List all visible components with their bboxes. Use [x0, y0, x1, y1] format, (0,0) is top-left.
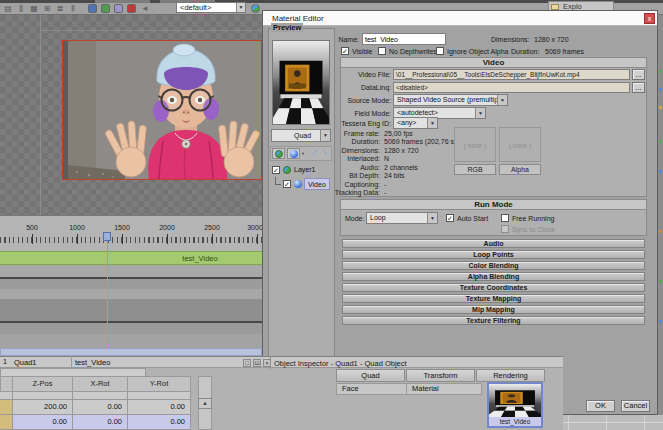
preset-dropdown-value: <default>: [180, 3, 211, 12]
datalinq-field[interactable]: <disabled>: [393, 82, 630, 93]
snap-tool-icon[interactable]: ⊞: [42, 4, 52, 14]
cell-zpos: 0.00: [13, 415, 73, 430]
layout-grid-icon[interactable]: [114, 4, 123, 13]
display-icon[interactable]: [88, 4, 97, 13]
no-depthwrites-checkbox[interactable]: [378, 47, 386, 55]
table-row[interactable]: 200.00 0.00 0.00: [0, 400, 191, 415]
add-object-button[interactable]: [287, 148, 300, 159]
accordion-texture-filtering[interactable]: Texture Filtering: [342, 316, 645, 325]
run-mode-dropdown[interactable]: Loop▼: [366, 212, 438, 224]
browse-file-button[interactable]: ...: [632, 69, 645, 80]
info-label: Duration:: [303, 138, 380, 145]
info-label: Dimensions:: [303, 147, 380, 154]
tree-item-icon: [659, 320, 662, 323]
row-number: 1: [3, 358, 7, 365]
cancel-button[interactable]: Cancel: [621, 400, 650, 412]
source-mode-label: Source Mode:: [324, 95, 391, 106]
accordion-audio[interactable]: Audio: [342, 239, 645, 248]
timeline-clip-test-video[interactable]: test_Video: [0, 251, 262, 265]
rgb-tab[interactable]: RGB: [454, 164, 496, 175]
cell-yrot: [128, 392, 191, 400]
cell-yrot: 0.00: [128, 415, 191, 430]
header-divider: [270, 357, 271, 369]
sphere-icon: [294, 180, 302, 188]
accordion-texture-coordinates[interactable]: Texture Coordinates: [342, 283, 645, 292]
table-header-xrot[interactable]: X-Rot: [73, 376, 128, 392]
distribute-tool-icon[interactable]: ⫼: [16, 4, 26, 14]
auto-start-checkbox[interactable]: [446, 214, 454, 222]
video-file-field[interactable]: \01__Professional\05__Tools\ElsDeScheppe…: [393, 69, 630, 80]
accordion-mip-mapping[interactable]: Mip Mapping: [342, 305, 645, 314]
minimize-panel-icon[interactable]: □: [243, 359, 251, 367]
tab-transform[interactable]: Transform: [406, 369, 475, 382]
accordion-texture-mapping[interactable]: Texture Mapping: [342, 294, 645, 303]
scroll-up-arrow[interactable]: ▲: [198, 398, 212, 409]
media-icon[interactable]: [101, 4, 110, 13]
background-table-grid: [556, 415, 663, 430]
free-running-checkbox[interactable]: [501, 214, 509, 222]
preview-3d-scene[interactable]: [272, 40, 330, 125]
chevron-down-icon: ▼: [427, 118, 437, 128]
ruler-major-tick: [212, 234, 213, 244]
timeline-scrollbar[interactable]: [0, 348, 262, 356]
layer-visible-checkbox[interactable]: [272, 166, 280, 174]
stage-boundary-line: [40, 30, 262, 31]
grid-tool-icon[interactable]: ▦: [29, 4, 39, 14]
info-value: N: [384, 155, 389, 162]
table-header-zpos[interactable]: Z-Pos: [13, 376, 73, 392]
preset-dropdown[interactable]: <default> ▼: [176, 2, 246, 13]
browse-datalinq-button[interactable]: ...: [632, 82, 645, 93]
material-thumbnail[interactable]: test_Video: [487, 382, 543, 428]
globe-icon[interactable]: [251, 4, 260, 13]
record-icon[interactable]: [127, 4, 136, 13]
cell-yrot: 0.00: [128, 400, 191, 415]
info-label: Interlaced:: [303, 155, 380, 162]
tab-quad[interactable]: Quad: [336, 369, 405, 382]
columns-tool-icon[interactable]: ⫴: [68, 4, 78, 14]
playhead-handle[interactable]: [103, 232, 111, 241]
visible-checkbox[interactable]: [341, 47, 349, 55]
pin-panel-icon[interactable]: ⊡: [253, 359, 261, 367]
table-header-yrot[interactable]: Y-Rot: [128, 376, 191, 392]
sphere-icon: [290, 150, 298, 158]
column-header-face[interactable]: Face: [336, 383, 407, 395]
accordion-color-blending[interactable]: Color Blending: [342, 261, 645, 270]
background-panel-edge: [658, 15, 663, 415]
name-input[interactable]: [362, 33, 446, 45]
column-header-material[interactable]: Material: [407, 383, 482, 395]
add-layer-button[interactable]: [272, 148, 285, 159]
sync-to-clock-checkbox: [501, 225, 509, 233]
sync-to-clock-label: Sync to Clock: [512, 224, 555, 235]
auto-start-label: Auto Start: [457, 213, 488, 224]
speaker-icon[interactable]: ◄: [140, 4, 150, 14]
rows-tool-icon[interactable]: ≣: [55, 4, 65, 14]
accordion-alpha-blending[interactable]: Alpha Blending: [342, 272, 645, 281]
alpha-tab[interactable]: Alpha: [499, 164, 541, 175]
video-preview-frame[interactable]: [62, 40, 262, 180]
chevron-down-icon: ▼: [427, 213, 437, 223]
source-mode-dropdown[interactable]: Shaped Video Source (premultiplied)▼: [393, 94, 508, 106]
earth-icon: [283, 166, 291, 174]
align-tool-icon[interactable]: ▤: [3, 4, 13, 14]
ok-button[interactable]: OK: [586, 400, 615, 412]
tab-rendering[interactable]: Rendering: [476, 369, 545, 382]
workspace-tab[interactable]: [95, 0, 150, 3]
video-visible-checkbox[interactable]: [283, 180, 291, 188]
accordion-loop-points[interactable]: Loop Points: [342, 250, 645, 259]
ruler-major-tick: [257, 234, 258, 244]
timeline-ruler[interactable]: 500 1000 1500 2000 2500 3000: [0, 215, 262, 251]
close-icon[interactable]: x: [644, 13, 655, 24]
tessera-eng-id-dropdown[interactable]: <any>▼: [393, 117, 438, 129]
table-row[interactable]: [0, 392, 191, 400]
dialog-title: Material Editor: [272, 14, 324, 23]
no-depthwrites-label: No Depthwrites: [389, 46, 437, 57]
row-face-value: Quad1: [14, 358, 37, 367]
ignore-object-alpha-checkbox[interactable]: [436, 47, 444, 55]
dialog-titlebar[interactable]: Material Editor: [263, 11, 657, 26]
info-value: 2 channels: [384, 164, 418, 171]
ruler-tick-label: 1500: [110, 224, 134, 231]
table-row-selected[interactable]: 0.00 0.00 0.00: [0, 415, 191, 430]
tree-item-icon: [659, 140, 662, 143]
video-still-woman: [63, 41, 262, 180]
run-mode-section-header: Run Mode: [341, 200, 646, 210]
